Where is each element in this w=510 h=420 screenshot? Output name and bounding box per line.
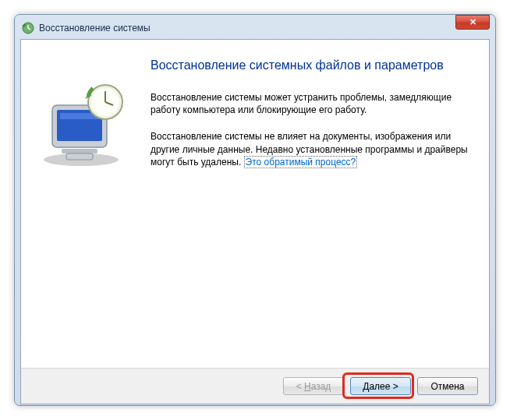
dialog-window: Восстановление системы ✕ [14, 14, 496, 406]
content-area: Восстановление системных файлов и параме… [21, 40, 489, 182]
page-heading: Восстановление системных файлов и параме… [151, 58, 472, 72]
cancel-button[interactable]: Отмена [417, 377, 478, 395]
titlebar: Восстановление системы ✕ [20, 20, 490, 39]
text-column: Восстановление системных файлов и параме… [147, 54, 472, 182]
svg-rect-6 [66, 154, 93, 160]
back-button: < Назад [283, 377, 344, 395]
system-restore-icon [22, 22, 34, 34]
description-paragraph-1: Восстановление системы может устранить п… [151, 91, 472, 116]
close-icon: ✕ [469, 18, 476, 26]
window-title: Восстановление системы [39, 23, 488, 34]
illustration-column [38, 54, 147, 182]
description-paragraph-2: Восстановление системы не влияет на доку… [151, 130, 472, 168]
reversible-process-link[interactable]: Это обратимый процесс? [244, 156, 358, 168]
button-bar: < Назад Далее > Отмена [21, 368, 489, 404]
dialog-content: Восстановление системных файлов и параме… [20, 39, 490, 404]
svg-rect-5 [62, 149, 97, 154]
next-button[interactable]: Далее > [350, 377, 411, 395]
system-restore-illustration [38, 82, 130, 168]
close-button[interactable]: ✕ [455, 15, 490, 30]
